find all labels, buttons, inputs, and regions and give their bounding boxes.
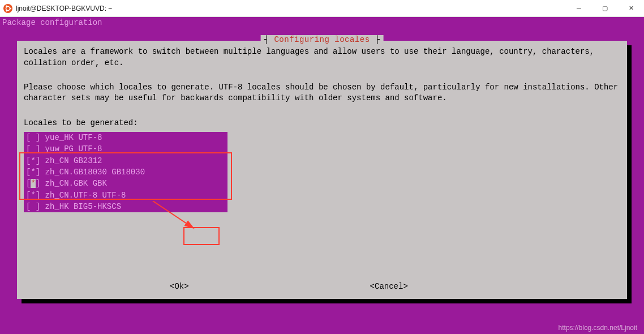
dialog-blank-2: [24, 105, 620, 117]
terminal-area: Package configuration Configuring locale…: [0, 17, 644, 334]
svg-point-4: [6, 10, 7, 11]
maximize-button[interactable]: ▢: [592, 0, 618, 16]
ok-button[interactable]: <Ok>: [170, 282, 189, 291]
window-title: ljnoit@DESKTOP-BGKVUVD: ~: [16, 5, 566, 12]
locales-listbox[interactable]: [ ] yue_HK UTF-8[ ] yuw_PG UTF-8[*] zh_C…: [24, 132, 227, 212]
svg-point-3: [6, 5, 7, 7]
svg-point-2: [10, 7, 11, 9]
watermark: https://blog.csdn.net/Ljnoit: [559, 324, 637, 332]
locale-item[interactable]: [*] zh_CN GB2312: [26, 155, 225, 166]
close-button[interactable]: ✕: [618, 0, 644, 16]
minimize-button[interactable]: ─: [566, 0, 592, 16]
dialog-paragraph-2: Please choose which locales to generate.…: [24, 82, 620, 104]
dialog-paragraph-1: Locales are a framework to switch betwee…: [24, 46, 620, 68]
window-titlebar: ljnoit@DESKTOP-BGKVUVD: ~ ─ ▢ ✕: [0, 0, 644, 17]
dialog-wrap: Configuring locales Locales are a framew…: [17, 41, 627, 299]
locale-item[interactable]: [*] zh_CN.GB18030 GB18030: [26, 166, 225, 178]
annotation-highlight-ok: [183, 227, 220, 245]
window-buttons: ─ ▢ ✕: [566, 0, 644, 16]
package-config-header: Package configuration: [0, 17, 644, 29]
ubuntu-icon: [3, 4, 12, 13]
locale-item[interactable]: [ ] yuw_PG UTF-8: [26, 143, 225, 155]
button-row: <Ok> <Cancel>: [17, 282, 627, 291]
dialog: Configuring locales Locales are a framew…: [17, 41, 627, 299]
locale-item[interactable]: [*] zh_CN.UTF-8 UTF-8: [26, 190, 225, 201]
locale-item[interactable]: [*] zh_CN.GBK GBK: [26, 178, 225, 189]
locale-item[interactable]: [ ] zh_HK BIG5-HKSCS: [26, 201, 225, 212]
cancel-button[interactable]: <Cancel>: [370, 282, 408, 291]
locale-item[interactable]: [ ] yue_HK UTF-8: [26, 132, 225, 143]
listbox-area: [ ] yue_HK UTF-8[ ] yuw_PG UTF-8[*] zh_C…: [24, 132, 620, 212]
dialog-prompt: Locales to be generated:: [24, 118, 620, 129]
dialog-title: Configuring locales: [261, 35, 384, 44]
dialog-blank: [24, 70, 620, 81]
